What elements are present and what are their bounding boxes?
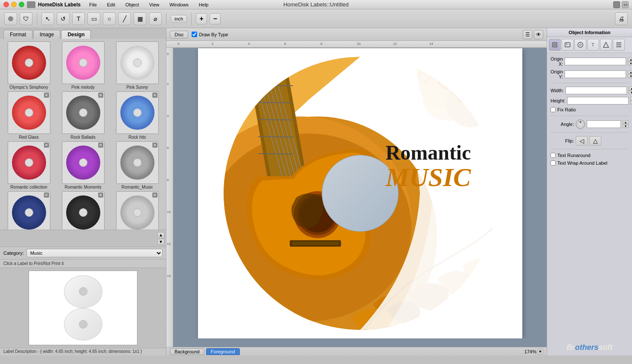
angle-down[interactable]: ▼	[623, 124, 629, 128]
list-item[interactable]: ✕ Rock hits	[111, 91, 163, 140]
window-resize-icon[interactable]	[613, 1, 620, 8]
barcode-tool[interactable]: ▦	[134, 12, 146, 25]
origin-y-up[interactable]: ▲	[628, 70, 632, 74]
height-up[interactable]: ▲	[630, 97, 632, 101]
close-icon[interactable]: ✕	[44, 192, 49, 198]
list-item[interactable]: ✕ Red Glass	[3, 91, 55, 140]
window-collapse-btn[interactable]: ▭	[622, 1, 629, 8]
list-item[interactable]: ✕ Summer Night	[57, 191, 109, 230]
draw-by-type-check[interactable]	[192, 32, 197, 37]
rt-disc-btn[interactable]	[574, 39, 586, 51]
close-icon[interactable]: ✕	[152, 143, 157, 148]
close-button[interactable]	[3, 2, 9, 7]
label-thumb-rb[interactable]: ✕	[62, 91, 105, 134]
list-item[interactable]: ✕ The Disco Story	[111, 191, 163, 230]
wand-tool[interactable]: ⌀	[149, 12, 162, 25]
origin-x-input[interactable]	[565, 58, 626, 65]
maximize-button[interactable]	[19, 2, 24, 7]
list-item[interactable]: ✕ Spase Melody	[3, 191, 55, 230]
text-runaround-checkbox[interactable]	[550, 153, 556, 158]
layers-icon[interactable]: ☰	[523, 30, 532, 39]
tab-foreground[interactable]: Foreground	[206, 348, 240, 355]
label-thumb-rc[interactable]: ✕	[8, 141, 50, 184]
angle-up[interactable]: ▲	[623, 120, 629, 124]
zoom-dropdown-btn[interactable]: ▼	[537, 349, 543, 355]
label-thumb-sm[interactable]: ✕	[8, 191, 50, 230]
list-item[interactable]: Olympic's Simphony	[3, 41, 55, 90]
width-down[interactable]: ▼	[629, 90, 632, 94]
print-btn[interactable]: 🖨	[615, 12, 628, 25]
rt-shape-btn[interactable]	[600, 39, 612, 51]
tab-image[interactable]: Image	[33, 30, 60, 39]
list-item[interactable]: ✕ Romantic collection	[3, 141, 55, 189]
window-controls[interactable]	[3, 2, 24, 7]
tab-design[interactable]: Design	[61, 30, 91, 39]
rt-image-btn[interactable]	[562, 39, 574, 51]
height-down[interactable]: ▼	[630, 101, 632, 105]
close-icon[interactable]: ✕	[152, 192, 157, 198]
menu-object[interactable]: Object	[124, 2, 141, 7]
label-thumb-sn[interactable]: ✕	[62, 191, 105, 230]
close-icon[interactable]: ✕	[152, 93, 157, 98]
preview-icon[interactable]: 👁	[534, 30, 543, 39]
tab-background[interactable]: Background	[170, 348, 204, 355]
line-tool[interactable]: ╱	[118, 12, 131, 25]
list-item[interactable]: ✕ Rock Ballads	[57, 91, 109, 140]
list-item[interactable]: ✕ Romantic_Music	[111, 141, 163, 189]
menu-help[interactable]: Help	[197, 2, 210, 7]
category-select[interactable]: Music	[26, 249, 163, 257]
list-item[interactable]: Pink melody	[57, 41, 109, 90]
angle-dial[interactable]	[576, 119, 585, 129]
menu-file[interactable]: File	[87, 2, 99, 7]
flip-vertical-btn[interactable]: △	[589, 136, 601, 146]
origin-x-down[interactable]: ▼	[628, 61, 632, 65]
label-thumb-rg[interactable]: ✕	[8, 91, 50, 134]
origin-y-input[interactable]	[565, 70, 626, 78]
rt-cursor-btn[interactable]	[549, 39, 561, 51]
text-wrap-checkbox[interactable]	[550, 160, 556, 166]
menu-edit[interactable]: Edit	[105, 2, 117, 7]
list-item[interactable]: Pink Sunny	[111, 41, 163, 90]
rt-text-btn[interactable]: T	[587, 39, 599, 51]
zoom-out-btn[interactable]: −	[210, 13, 221, 24]
menu-view[interactable]: View	[148, 2, 161, 7]
fix-ratio-checkbox[interactable]	[550, 107, 556, 112]
label-thumb-pink[interactable]	[62, 41, 105, 84]
scroll-up-btn[interactable]: ▲	[157, 232, 164, 238]
label-grid[interactable]: Olympic's Simphony Pink melody Pink Sunn…	[0, 39, 166, 230]
label-thumb-rmu[interactable]: ✕	[116, 141, 159, 184]
list-item[interactable]: ✕ Romantic Moments	[57, 141, 109, 189]
flip-horizontal-btn[interactable]: ◁	[576, 136, 588, 146]
angle-input[interactable]	[587, 120, 621, 128]
disc-button[interactable]: Disc	[170, 31, 188, 38]
height-input[interactable]	[567, 97, 629, 105]
rect-tool[interactable]: ▭	[87, 12, 100, 25]
zoom-in-btn[interactable]: +	[196, 13, 207, 24]
cursor-tool[interactable]: ↖	[41, 12, 54, 25]
text-tool[interactable]: T	[72, 12, 85, 25]
menu-windows[interactable]: Windows	[168, 2, 190, 7]
minimize-button[interactable]	[11, 2, 17, 7]
tab-format[interactable]: Format	[3, 30, 32, 39]
label-thumb-rh[interactable]: ✕	[116, 91, 159, 134]
label-thumb-rm[interactable]: ✕	[62, 141, 105, 184]
close-icon[interactable]: ✕	[44, 93, 49, 98]
width-up[interactable]: ▲	[629, 87, 632, 90]
origin-x-up[interactable]: ▲	[628, 58, 632, 61]
rotate-tool[interactable]: ↺	[57, 12, 70, 25]
close-icon[interactable]: ✕	[44, 143, 49, 148]
label-thumb-ds[interactable]: ✕	[116, 191, 159, 230]
label-thumb-ps[interactable]	[116, 41, 159, 84]
close-icon[interactable]: ✕	[98, 93, 103, 98]
width-input[interactable]	[565, 87, 627, 94]
scroll-down-btn[interactable]: ▼	[157, 239, 164, 245]
close-icon[interactable]: ✕	[98, 143, 103, 148]
unit-selector[interactable]: inch	[171, 15, 187, 23]
apple-logo-btn[interactable]	[4, 12, 17, 25]
rt-layers-btn[interactable]	[613, 39, 625, 51]
label-thumb-olymp[interactable]	[8, 41, 50, 84]
origin-y-down[interactable]: ▼	[628, 74, 632, 78]
canvas-inner[interactable]: Romantic MUSIC	[173, 48, 547, 338]
canvas-scroll[interactable]: 0 2 4 6 8 10 12 14 0 2 4 6 8 10 12	[166, 41, 547, 347]
circle-tool[interactable]: ○	[103, 12, 116, 25]
